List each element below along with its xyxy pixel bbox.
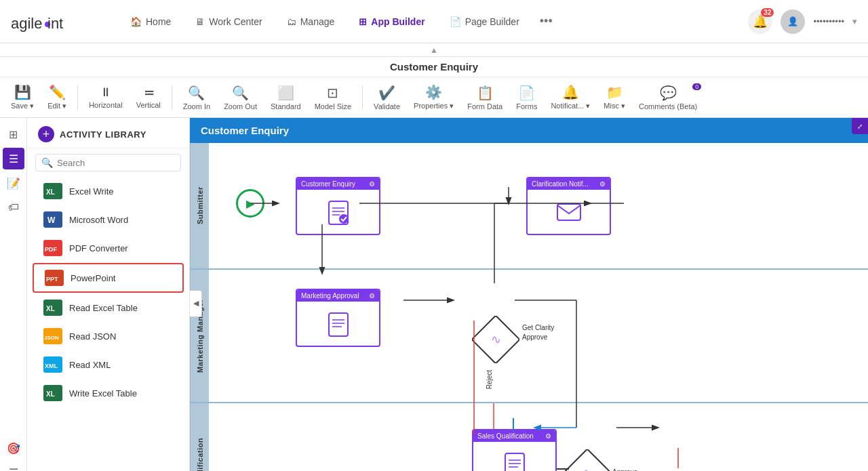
library-item-powerpoint[interactable]: PPT PowerPoint [33,263,184,293]
customer-enquiry-node[interactable]: Customer Enquiry ⚙ [296,177,380,235]
nav-page-builder[interactable]: 📄 Page Builder [440,11,529,33]
sidebar-grid-btn[interactable]: ⊞ [3,123,24,145]
svg-text:XL: XL [46,390,55,398]
add-activity-button[interactable]: + [38,126,54,142]
approve-diamond-2[interactable]: ∿ [564,449,611,471]
canvas-inner[interactable]: Submitter ▶ Customer Enquiry ⚙ [190,143,868,471]
form-data-button[interactable]: 📋 Form Data [462,82,508,113]
activity-library: + ACTIVITY LIBRARY 🔍 XL Excel Write W [27,118,190,471]
vertical-icon: ⏸ [141,87,155,99]
misc-button[interactable]: 📁 Misc ▾ [598,81,631,113]
properties-icon: ⚙️ [425,84,442,100]
zoom-in-button[interactable]: 🔍 Zoom In [178,82,216,113]
expand-icon: ⤢ [857,123,863,130]
get-clarity-diamond[interactable]: ∿ [472,316,519,365]
library-item-pdf-converter[interactable]: PDF PDF Converter [33,234,184,262]
sidebar-list-btn[interactable]: ☰ [3,148,24,169]
canvas-area[interactable]: ⤢ Customer Enquiry [190,118,868,471]
nav-home[interactable]: 🏠 Home [121,11,180,33]
nav-page-builder-label: Page Builder [465,16,519,27]
comments-button[interactable]: 💬 Comments (Beta) 0 [633,82,703,113]
horizontal-button[interactable]: ⏸ Horizontal [83,83,128,112]
svg-rect-45 [505,453,524,472]
sidebar-target-btn[interactable]: 🎯 [3,437,24,459]
svg-text:XML: XML [45,363,58,369]
svg-text:∿: ∿ [491,333,501,346]
edit-icon: ✏️ [49,84,66,100]
vertical-button[interactable]: ⏸ Vertical [131,83,166,112]
zoom-out-icon: 🔍 [232,85,249,101]
svg-text:PDF: PDF [45,246,58,253]
write-excel-table-label: Write Excel Table [69,388,137,398]
start-node[interactable]: ▶ [236,189,264,218]
clarification-notif-node[interactable]: Clarification Notif... ⚙ [526,177,611,235]
collapse-bar[interactable]: ▲ [0,43,868,57]
save-button[interactable]: 💾 Save ▾ [5,81,39,113]
nav-app-builder-label: App Builder [371,16,425,27]
svg-text:PPT: PPT [46,276,58,283]
notification-badge: 32 [761,8,774,17]
svg-rect-38 [557,204,580,220]
nav-more[interactable]: ••• [534,9,558,34]
svg-text:∿: ∿ [583,466,593,471]
swim-lane-marketing: Marketing Manager Marketing Approval ⚙ [190,270,868,403]
top-nav: agile int 🏠 Home 🖥 Work Center 🗂 Manage … [0,0,868,43]
canvas-expand-button[interactable]: ⤢ [852,118,868,134]
swim-lane-marketing-content: Marketing Approval ⚙ [209,270,868,402]
misc-icon: 📁 [606,84,623,100]
zoom-out-button[interactable]: 🔍 Zoom Out [218,82,262,113]
nav-right: 🔔 32 👤 •••••••••• ▾ [748,9,857,34]
library-item-microsoft-word[interactable]: W Microsoft Word [33,206,184,233]
nav-manage-label: Manage [300,16,335,27]
logo: agile int [11,9,99,34]
model-size-button[interactable]: ⊡ Model Size [309,82,357,113]
svg-text:int: int [47,15,63,32]
swim-lane-sales-content: Sales Qualification ⚙ [209,403,868,471]
nav-items: 🏠 Home 🖥 Work Center 🗂 Manage ⊞ App Buil… [121,9,748,34]
sidebar-doc-btn[interactable]: 📝 [3,172,24,194]
read-excel-table-label: Read Excel Table [69,303,138,313]
svg-text:W: W [47,216,56,225]
sales-qualification-node[interactable]: Sales Qualification ⚙ [472,429,557,471]
standard-icon: ⬜ [277,85,294,101]
nav-manage[interactable]: 🗂 Manage [277,11,344,33]
forms-button[interactable]: 📄 Forms [511,82,542,113]
approve-label-1: Approve [522,333,547,341]
properties-button[interactable]: ⚙️ Properties ▾ [408,81,459,113]
user-dropdown-icon[interactable]: ▾ [852,16,857,26]
sidebar-menu-btn[interactable]: ☰ [3,462,24,471]
library-item-read-json[interactable]: JSON Read JSON [33,323,184,350]
read-json-label: Read JSON [69,331,116,342]
standard-button[interactable]: ⬜ Standard [265,82,307,113]
notifications-button[interactable]: 🔔 Notificat... ▾ [545,81,595,113]
notif-toolbar-icon: 🔔 [562,84,579,100]
library-item-write-excel-table[interactable]: XL Write Excel Table [33,380,184,407]
library-item-excel-write[interactable]: XL Excel Write [33,178,184,205]
edit-button[interactable]: ✏️ Edit ▾ [42,81,72,113]
user-name[interactable]: •••••••••• [813,16,844,26]
validate-button[interactable]: ✔️ Validate [368,82,406,113]
folder-icon: 🗂 [287,16,296,27]
nav-work-center[interactable]: 🖥 Work Center [186,11,271,33]
customer-enquiry-gear[interactable]: ⚙ [369,180,375,188]
sales-qual-gear[interactable]: ⚙ [545,432,551,440]
swim-lane-sales-label: Sales Qualification [190,403,209,471]
user-avatar[interactable]: 👤 [781,9,805,34]
collapse-sidebar-button[interactable]: ◀ [190,290,202,317]
read-xml-label: Read XML [69,360,111,370]
notification-button[interactable]: 🔔 32 [748,9,772,34]
clarification-gear[interactable]: ⚙ [599,180,606,188]
main-layout: ⊞ ☰ 📝 🏷 🎯 ☰ + ACTIVITY LIBRARY 🔍 XL Exce… [0,118,868,471]
marketing-approval-node[interactable]: Marketing Approval ⚙ [296,289,380,347]
page-title: Customer Enquiry [0,57,868,77]
svg-point-37 [339,214,349,224]
search-input[interactable] [57,158,175,168]
nav-work-center-label: Work Center [209,16,262,27]
library-item-read-xml[interactable]: XML Read XML [33,351,184,378]
marketing-gear[interactable]: ⚙ [369,292,375,300]
nav-app-builder[interactable]: ⊞ App Builder [349,11,434,33]
library-item-read-excel-table[interactable]: XL Read Excel Table [33,294,184,321]
sidebar-tag-btn[interactable]: 🏷 [3,197,24,218]
user-icon: 👤 [787,16,798,26]
svg-text:JSON: JSON [44,335,59,341]
